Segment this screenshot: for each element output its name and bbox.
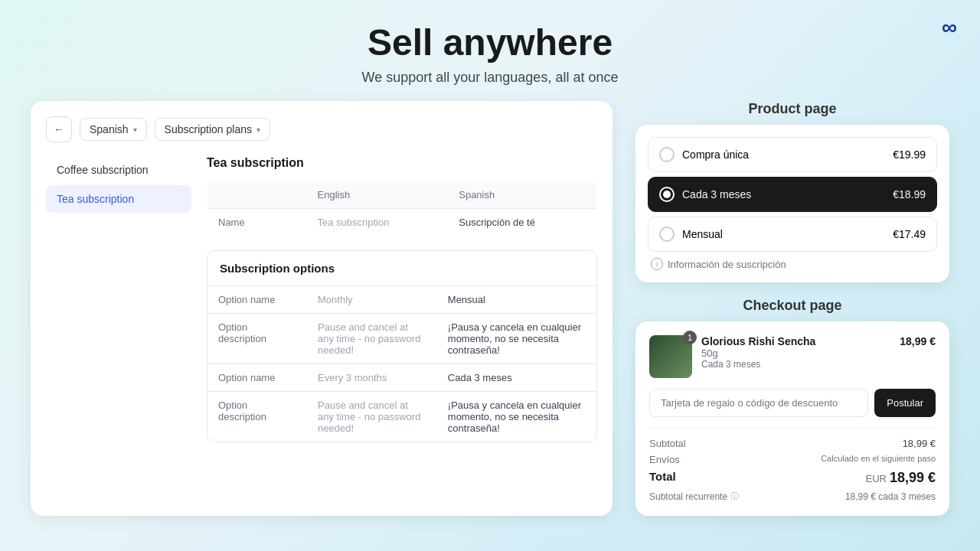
- discount-input[interactable]: [649, 389, 868, 417]
- table-row: Option description Pause and cancel at a…: [207, 392, 596, 442]
- option-mensual-price: €17.49: [893, 228, 926, 240]
- row-name-label: Name: [207, 209, 307, 236]
- checkout-item: 1 Glorious Rishi Sencha 50g Cada 3 meses…: [649, 335, 936, 378]
- radio-dot: [663, 191, 671, 198]
- product-card: Compra única €19.99 Cada 3 meses €18.99: [635, 125, 949, 282]
- right-panel: Product page Compra única €19.99: [635, 101, 949, 516]
- left-panel: ← Spanish ▾ Subscription plans ▾ Coffee …: [31, 101, 612, 516]
- option1-desc-english: Pause and cancel at any time - no passwo…: [307, 314, 437, 364]
- total-label: Total: [649, 470, 676, 486]
- info-text: Información de suscripción: [668, 259, 786, 270]
- table-row: Name Tea subscription Suscripción de té: [207, 209, 597, 236]
- option2-desc-spanish: ¡Pausa y cancela en cualquier momento, n…: [437, 392, 596, 442]
- recurring-value: 18,99 € cada 3 meses: [845, 491, 936, 502]
- subscription-options-section: Subscription options Option name Monthly…: [207, 250, 597, 442]
- logo-icon: ∞: [942, 15, 957, 40]
- checkout-card: 1 Glorious Rishi Sencha 50g Cada 3 meses…: [635, 321, 949, 516]
- item-subscription: Cada 3 meses: [701, 359, 890, 370]
- product-option-3meses[interactable]: Cada 3 meses €18.99: [648, 177, 937, 212]
- language-chevron-icon: ▾: [133, 126, 137, 134]
- sidebar-item-coffee[interactable]: Coffee subscription: [46, 156, 191, 184]
- hero-section: Sell anywhere We support all your langua…: [0, 0, 980, 93]
- hero-title: Sell anywhere: [0, 21, 980, 64]
- content-area: Coffee subscription Tea subscription Tea…: [46, 156, 597, 516]
- row-name-spanish: Suscripción de té: [448, 209, 596, 236]
- checkout-page-label: Checkout page: [635, 298, 949, 314]
- main-layout: ← Spanish ▾ Subscription plans ▾ Coffee …: [0, 101, 980, 516]
- radio-3meses-icon: [659, 187, 675, 202]
- main-content: Tea subscription English Spanish Name: [191, 156, 597, 516]
- option2-name-label: Option name: [207, 364, 307, 392]
- product-page-label: Product page: [635, 101, 949, 117]
- col-label-header: [207, 181, 307, 209]
- sidebar: Coffee subscription Tea subscription: [46, 156, 191, 516]
- order-summary: Subtotal 18,99 € Envíos Calculado en el …: [649, 428, 936, 502]
- recurring-label-text: Subtotal recurrente: [649, 491, 727, 502]
- language-label: Spanish: [90, 123, 129, 135]
- toolbar: ← Spanish ▾ Subscription plans ▾: [46, 116, 597, 142]
- back-arrow-icon: ←: [54, 123, 64, 135]
- radio-compra-icon: [659, 147, 675, 162]
- subtotal-row: Subtotal 18,99 €: [649, 438, 936, 449]
- option1-name-spanish: Mensual: [437, 286, 596, 314]
- subscription-plans-label: Subscription plans: [165, 123, 252, 135]
- total-amount: 18,99 €: [890, 470, 936, 486]
- sidebar-item-tea[interactable]: Tea subscription: [46, 185, 191, 213]
- option2-name-english: Every 3 months: [307, 364, 437, 392]
- item-name: Glorious Rishi Sencha: [701, 335, 890, 347]
- subtotal-label: Subtotal: [649, 438, 686, 449]
- radio-mensual-icon: [659, 227, 675, 242]
- table-row: Option description Pause and cancel at a…: [207, 314, 596, 364]
- option-3meses-name: Cada 3 meses: [682, 188, 751, 201]
- option-3meses-price: €18.99: [893, 188, 926, 201]
- col-english-header: English: [307, 181, 449, 209]
- options-heading: Subscription options: [207, 251, 596, 286]
- recurring-row: Subtotal recurrente ⓘ 18,99 € cada 3 mes…: [649, 491, 936, 502]
- table-row: Option name Monthly Mensual: [207, 286, 596, 314]
- option2-desc-label: Option description: [207, 392, 307, 442]
- row-name-english: Tea subscription: [307, 209, 449, 236]
- option1-desc-spanish: ¡Pausa y cancela en cualquier momento, n…: [437, 314, 596, 364]
- option2-desc-english: Pause and cancel at any time - no passwo…: [307, 392, 437, 442]
- option-compra-price: €19.99: [893, 148, 926, 161]
- item-price: 18,99 €: [900, 335, 936, 347]
- back-button[interactable]: ←: [46, 116, 72, 142]
- product-info-row: i Información de suscripción: [648, 258, 937, 270]
- col-spanish-header: Spanish: [448, 181, 596, 209]
- discount-row: Postular: [649, 389, 936, 417]
- total-row: Total EUR 18,99 €: [649, 470, 936, 486]
- subscription-plans-dropdown[interactable]: Subscription plans ▾: [155, 118, 270, 141]
- option1-desc-label: Option description: [207, 314, 307, 364]
- option2-name-spanish: Cada 3 meses: [437, 364, 596, 392]
- option1-name-english: Monthly: [307, 286, 437, 314]
- total-currency: EUR: [865, 473, 886, 484]
- product-option-mensual[interactable]: Mensual €17.49: [648, 217, 937, 252]
- apply-button[interactable]: Postular: [874, 389, 936, 417]
- section-title: Tea subscription: [207, 156, 597, 170]
- product-option-compra[interactable]: Compra única €19.99: [648, 137, 937, 172]
- item-variant: 50g: [701, 347, 890, 359]
- options-table: Option name Monthly Mensual Option descr…: [207, 286, 596, 442]
- item-badge: 1: [683, 331, 697, 344]
- option-compra-name: Compra única: [682, 148, 749, 161]
- product-page-section: Product page Compra única €19.99: [635, 101, 949, 282]
- hero-subtitle: We support all your languages, all at on…: [0, 70, 980, 86]
- recurring-info-icon: ⓘ: [730, 491, 739, 502]
- shipping-label: Envíos: [649, 454, 680, 465]
- option1-name-label: Option name: [207, 286, 307, 314]
- language-dropdown[interactable]: Spanish ▾: [80, 118, 147, 141]
- table-row: Option name Every 3 months Cada 3 meses: [207, 364, 596, 392]
- plans-chevron-icon: ▾: [256, 126, 260, 134]
- subtotal-value: 18,99 €: [903, 438, 936, 449]
- info-icon: i: [651, 258, 663, 270]
- shipping-row: Envíos Calculado en el siguiente paso: [649, 454, 936, 465]
- option-mensual-name: Mensual: [682, 228, 723, 240]
- shipping-value: Calculado en el siguiente paso: [821, 454, 936, 465]
- checkout-page-section: Checkout page 1 Glorious Rishi Sencha 50…: [635, 298, 949, 516]
- subscription-plan-table: English Spanish Name Tea subscription Su…: [207, 181, 597, 236]
